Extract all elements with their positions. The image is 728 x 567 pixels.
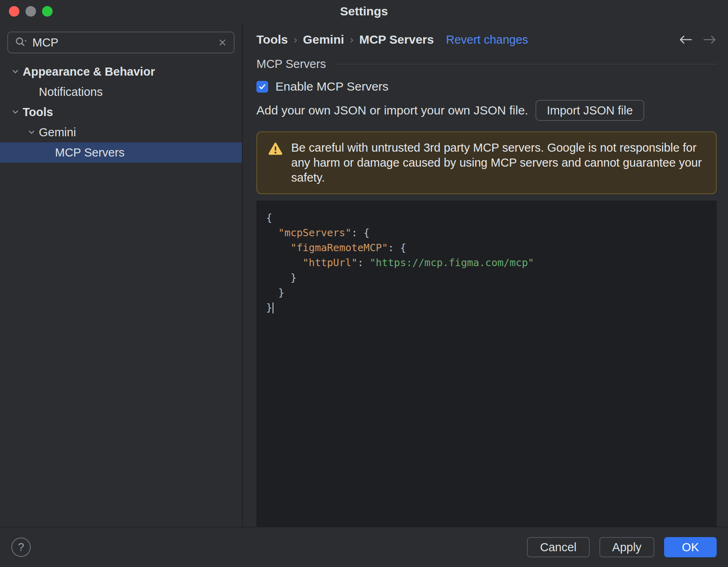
enable-mcp-servers-label: Enable MCP Servers [275,80,389,93]
code-line: "mcpServers": { [266,225,707,240]
code-line: } [266,285,707,300]
text-caret [273,303,273,313]
sidebar-item-label: Appearance & Behavior [23,65,155,78]
cancel-button[interactable]: Cancel [527,537,589,557]
breadcrumb-item[interactable]: Gemini [303,33,344,47]
sidebar-item-mcp-servers[interactable]: MCP Servers [0,142,242,163]
window-title: Settings [340,4,388,18]
code-line: { [266,210,707,225]
code-line: "figmaRemoteMCP": { [266,240,707,255]
import-instructions: Add your own JSON or import your own JSO… [256,104,528,117]
enable-mcp-row: Enable MCP Servers [256,80,717,93]
breadcrumb-separator: › [294,33,297,46]
sidebar-item-tools[interactable]: Tools [0,102,242,122]
warning-icon [268,140,283,157]
section-divider [335,64,717,64]
breadcrumb-row: Tools›Gemini›MCP Servers Revert changes [256,32,717,47]
settings-search-field[interactable] [7,32,235,53]
help-icon[interactable]: ? [11,537,31,557]
chevron-down-icon[interactable] [24,128,39,137]
chevron-down-icon[interactable] [8,108,23,116]
import-json-file-button[interactable]: Import JSON file [535,100,644,121]
breadcrumb: Tools›Gemini›MCP Servers [256,33,434,47]
zoom-window-button[interactable] [42,6,53,17]
settings-sidebar: Appearance & BehaviorNotificationsToolsG… [0,23,243,527]
breadcrumb-item[interactable]: Tools [256,33,288,47]
settings-tree: Appearance & BehaviorNotificationsToolsG… [0,61,242,163]
warning-text: Be careful with untrusted 3rd party MCP … [291,140,705,185]
code-line: } [266,270,707,285]
breadcrumb-item[interactable]: MCP Servers [359,33,434,47]
sidebar-item-appearance-behavior[interactable]: Appearance & Behavior [0,61,242,82]
code-line: } [266,300,707,315]
minimize-window-button[interactable] [25,6,36,17]
footer: ? Cancel Apply OK [0,527,728,567]
main-row: Appearance & BehaviorNotificationsToolsG… [0,23,728,527]
breadcrumb-separator: › [350,33,353,46]
settings-window: Settings Appearance & Beha [0,0,728,567]
sidebar-item-label: Tools [23,106,53,119]
traffic-lights [9,6,53,17]
clear-search-icon[interactable] [218,38,227,47]
sidebar-item-label: Notifications [39,85,103,99]
ok-button[interactable]: OK [664,537,717,557]
sidebar-item-label: Gemini [39,126,76,139]
apply-button[interactable]: Apply [599,537,655,557]
search-icon [15,36,28,49]
search-input[interactable] [32,36,213,49]
sidebar-item-label: MCP Servers [55,146,125,159]
code-line: "httpUrl": "https://mcp.figma.com/mcp" [266,255,707,270]
back-arrow-icon[interactable] [679,34,692,45]
close-window-button[interactable] [9,6,19,17]
mcp-json-editor[interactable]: { "mcpServers": { "figmaRemoteMCP": { "h… [256,201,717,527]
import-row: Add your own JSON or import your own JSO… [256,100,717,121]
warning-banner: Be careful with untrusted 3rd party MCP … [256,131,717,194]
sidebar-item-notifications[interactable]: Notifications [0,82,242,102]
section-header: MCP Servers [256,57,717,71]
chevron-down-icon[interactable] [8,67,23,76]
revert-changes-link[interactable]: Revert changes [446,33,528,47]
enable-mcp-servers-checkbox[interactable] [256,81,268,93]
sidebar-item-gemini[interactable]: Gemini [0,122,242,142]
titlebar: Settings [0,0,728,23]
section-title: MCP Servers [256,57,326,71]
forward-arrow-icon[interactable] [703,34,717,45]
settings-content: Tools›Gemini›MCP Servers Revert changes … [243,23,728,527]
